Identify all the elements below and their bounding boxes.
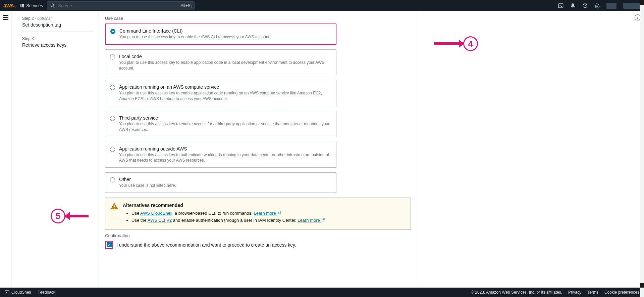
privacy-link[interactable]: Privacy (568, 290, 581, 295)
svg-rect-0 (558, 4, 563, 8)
radio-icon (110, 54, 115, 59)
alternatives-alert: Alternatives recommended Use AWS CloudSh… (105, 198, 411, 230)
step3-title: Retrieve access keys (22, 42, 94, 48)
use-case-local-code[interactable]: Local code You plan to use this access k… (105, 49, 336, 76)
scroll-up-icon[interactable] (640, 0, 644, 5)
external-link-icon (277, 211, 281, 215)
use-case-label: Use case (105, 16, 411, 21)
svg-rect-4 (114, 208, 115, 209)
cookie-link[interactable]: Cookie preferences (604, 290, 639, 295)
use-case-third-party[interactable]: Third-party service You plan to use this… (105, 111, 336, 137)
page-shell: Step 2 - optional Set description tag St… (0, 11, 644, 288)
svg-rect-3 (114, 205, 115, 207)
region-placeholder[interactable] (606, 3, 616, 9)
footer-bar: CloudShell Feedback © 2023, Amazon Web S… (0, 288, 644, 297)
svg-text:?: ? (584, 4, 586, 7)
search-shortcut: [Alt+S] (179, 3, 192, 8)
radio-icon (110, 177, 115, 182)
radio-icon (110, 85, 115, 90)
aws-logo[interactable]: aws⌣ (3, 2, 16, 9)
feedback-link[interactable]: Feedback (38, 290, 55, 295)
cliv2-link[interactable]: AWS CLI V2 (148, 218, 172, 223)
wizard-step-3[interactable]: Step 3 Retrieve access keys (22, 36, 94, 48)
confirmation-text: I understand the above recommendation an… (116, 242, 296, 248)
main-content: Use case Command Line Interface (CLI) Yo… (99, 11, 417, 288)
cloudshell-icon[interactable] (558, 3, 564, 8)
svg-rect-5 (5, 291, 9, 294)
services-label: Services (26, 3, 43, 8)
copyright-text: © 2023, Amazon Web Services, Inc. or its… (471, 290, 562, 295)
check-icon (107, 243, 111, 247)
use-case-other[interactable]: Other Your use case is not listed here. (105, 172, 336, 193)
radio-icon (110, 147, 115, 152)
cloudshell-link[interactable]: AWS CloudShell (140, 211, 172, 216)
learn-more-link[interactable]: Learn more (298, 218, 325, 223)
learn-more-link[interactable]: Learn more (254, 211, 281, 216)
services-button[interactable]: Services (20, 3, 43, 8)
confirmation-checkbox[interactable] (105, 241, 113, 249)
alert-item-cliv2: Use the AWS CLI V2 and enable authentica… (131, 218, 405, 223)
menu-icon[interactable] (3, 15, 8, 20)
scrollbar[interactable] (640, 0, 644, 297)
alert-title: Alternatives recommended (123, 203, 405, 208)
radio-icon (110, 29, 115, 34)
terms-link[interactable]: Terms (587, 290, 598, 295)
cloudshell-footer-icon[interactable] (5, 290, 9, 295)
account-placeholder[interactable] (623, 3, 641, 9)
divider (22, 32, 94, 32)
right-gutter: i (417, 11, 644, 288)
confirmation-label: Confirmation (105, 233, 411, 238)
collapse-panel (0, 11, 11, 288)
warning-icon (111, 203, 118, 210)
notifications-icon[interactable] (570, 3, 576, 8)
top-navbar: aws⌣ Services [Alt+S] ? (0, 0, 644, 11)
cloudshell-link[interactable]: CloudShell (11, 290, 31, 295)
use-case-compute-service[interactable]: Application running on an AWS compute se… (105, 80, 336, 106)
use-case-outside-aws[interactable]: Application running outside AWS You plan… (105, 142, 336, 168)
confirmation-row: I understand the above recommendation an… (105, 241, 411, 249)
radio-icon (110, 116, 115, 121)
settings-icon[interactable] (594, 3, 600, 8)
use-case-cli[interactable]: Command Line Interface (CLI) You plan to… (105, 24, 336, 45)
alert-item-cloudshell: Use AWS CloudShell, a browser-based CLI,… (131, 211, 405, 216)
help-icon[interactable]: ? (582, 3, 588, 8)
external-link-icon (321, 218, 325, 222)
scroll-down-icon[interactable] (640, 283, 644, 288)
grid-icon (20, 4, 24, 7)
search-icon (50, 3, 55, 8)
step2-title: Set description tag (22, 22, 94, 28)
wizard-steps: Step 2 - optional Set description tag St… (11, 11, 99, 288)
search-input[interactable] (58, 3, 177, 8)
wizard-step-2[interactable]: Step 2 - optional Set description tag (22, 16, 94, 28)
search-box[interactable]: [Alt+S] (47, 1, 195, 10)
